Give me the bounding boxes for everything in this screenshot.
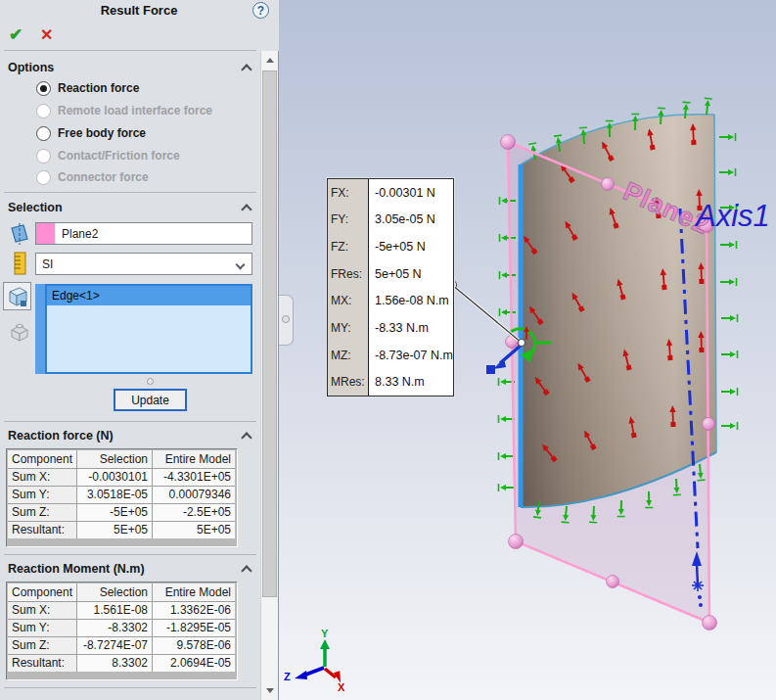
- panel-splitter-handle[interactable]: [279, 295, 294, 346]
- table-cell: Sum X:: [8, 602, 76, 619]
- update-button[interactable]: Update: [114, 389, 187, 411]
- selection-list-strip: [35, 284, 45, 374]
- plane-handle-sphere[interactable]: [703, 418, 715, 431]
- callout-value: 8.33 N.m: [369, 368, 425, 396]
- table-cell: Sum Y:: [8, 487, 76, 503]
- triad-x-label: X: [338, 681, 345, 693]
- table-cell: Sum Z:: [8, 637, 76, 654]
- callout-value: -8.73e-07 N.m: [369, 342, 453, 369]
- plane-selection-value: Plane2: [56, 227, 98, 241]
- list-item-edge[interactable]: Edge<1>: [47, 286, 251, 305]
- table-cell: Sum Z:: [8, 504, 76, 521]
- collapse-reaction-force-icon[interactable]: [241, 430, 252, 442]
- radio-icon: [36, 104, 51, 118]
- radio-label: Connector force: [58, 170, 149, 184]
- col-header: Entire Model: [153, 450, 235, 468]
- scroll-down-icon[interactable]: [261, 682, 278, 699]
- plane-handle-sphere[interactable]: [703, 616, 717, 630]
- axis1-label[interactable]: Axis1: [694, 199, 770, 233]
- table-cell: 3.0518E-05: [77, 487, 152, 503]
- table-cell: Sum Y:: [8, 620, 76, 636]
- callout-label: MX:: [328, 288, 369, 315]
- divider: [4, 50, 256, 51]
- triad-z-label: Z: [284, 671, 291, 682]
- cancel-button[interactable]: ✕: [40, 25, 53, 44]
- table-cell: 5E+05: [77, 522, 152, 538]
- radio-reaction-force[interactable]: Reaction force: [36, 78, 139, 98]
- radio-icon: [36, 126, 51, 141]
- col-header: Component: [8, 450, 76, 468]
- confirm-button[interactable]: ✔: [9, 24, 23, 45]
- shell-surface[interactable]: [521, 115, 716, 507]
- col-header: Selection: [77, 450, 152, 468]
- table-cell: -1.8295E-05: [153, 620, 235, 636]
- radio-connector-force: Connector force: [36, 167, 149, 187]
- help-icon[interactable]: ?: [252, 2, 269, 19]
- col-header: Component: [8, 583, 76, 601]
- callout-label: FX:: [328, 179, 369, 207]
- units-dropdown[interactable]: SI: [35, 253, 252, 275]
- table-cell: -5E+05: [77, 504, 152, 521]
- table-cell: 2.0694E-05: [153, 655, 235, 672]
- triad-y-label: Y: [321, 628, 329, 639]
- panel-title: Result Force: [0, 3, 278, 18]
- units-value: SI: [36, 257, 53, 271]
- plane-handle-sphere[interactable]: [602, 178, 615, 191]
- reaction-moment-header: Reaction Moment (N.m): [8, 562, 145, 576]
- table-cell: Resultant:: [8, 522, 76, 538]
- radio-label: Remote load interface force: [58, 104, 212, 117]
- plane-selection-field[interactable]: Plane2: [35, 222, 252, 245]
- radio-contact-friction-force: Contact/Friction force: [36, 146, 180, 165]
- part-icon: [8, 318, 31, 347]
- list-resize-handle[interactable]: [147, 378, 154, 385]
- reaction-moment-table: Component Selection Entire Model Sum X: …: [6, 582, 238, 680]
- radio-label: Contact/Friction force: [58, 149, 180, 163]
- col-header: Entire Model: [153, 583, 235, 601]
- selection-listbox[interactable]: Edge<1>: [45, 284, 252, 374]
- collapse-reaction-moment-icon[interactable]: [241, 563, 252, 575]
- plane-handle-sphere[interactable]: [607, 576, 619, 588]
- graphics-viewport[interactable]: Plane2 Axis1 Y Z X FX:-0.00301 N FY:3.05…: [279, 0, 776, 700]
- table-cell: 5E+05: [153, 522, 235, 538]
- scroll-up-icon[interactable]: [261, 52, 278, 69]
- table-cell: Resultant:: [8, 655, 76, 672]
- callout-value: 1.56e-08 N.m: [369, 288, 449, 315]
- solidworks-window: Result Force ? ✔ ✕ Options Reaction forc…: [0, 0, 776, 700]
- result-callout[interactable]: FX:-0.00301 N FY:3.05e-05 N FZ:-5e+05 N …: [327, 178, 454, 397]
- table-cell: -8.7274E-07: [77, 637, 152, 654]
- table-cell: 8.3302: [77, 655, 152, 672]
- divider: [4, 421, 256, 422]
- table-cell: Sum X:: [8, 469, 76, 486]
- table-cell: -8.3302: [77, 620, 152, 636]
- col-header: Selection: [77, 583, 152, 601]
- radio-icon: [36, 170, 51, 185]
- callout-value: -5e+05 N: [369, 233, 426, 260]
- radio-remote-load-interface-force: Remote load interface force: [36, 101, 212, 120]
- radio-label: Reaction force: [58, 81, 139, 95]
- callout-label: FRes:: [328, 260, 369, 288]
- plane-handle-sphere[interactable]: [509, 535, 524, 549]
- units-ruler-icon: [13, 252, 28, 278]
- callout-value: 5e+05 N: [369, 260, 422, 288]
- scrollbar-thumb[interactable]: [262, 70, 277, 597]
- panel-scrollbar[interactable]: [260, 51, 279, 700]
- radio-free-body-force[interactable]: Free body force: [36, 123, 146, 143]
- splitter-dot-icon: [282, 315, 290, 323]
- plane-color-swatch: [36, 223, 56, 244]
- reaction-force-table: Component Selection Entire Model Sum X: …: [6, 448, 238, 547]
- collapse-options-icon[interactable]: [241, 62, 252, 73]
- edge-selection-mode-button[interactable]: [3, 282, 31, 310]
- callout-value: 3.05e-05 N: [369, 207, 435, 234]
- callout-value: -8.33 N.m: [369, 314, 429, 342]
- reference-plane-icon: [8, 222, 31, 249]
- plane-handle-sphere[interactable]: [501, 135, 516, 150]
- callout-label: MZ:: [328, 342, 369, 369]
- radio-icon: [36, 149, 51, 163]
- table-cell: 1.3362E-06: [153, 602, 235, 619]
- table-cell: 9.578E-06: [153, 637, 235, 654]
- table-cell: -2.5E+05: [153, 504, 235, 521]
- selection-header: Selection: [8, 201, 63, 214]
- table-cell: -0.0030101: [77, 469, 152, 486]
- collapse-selection-icon[interactable]: [241, 202, 252, 213]
- table-cell: 1.561E-08: [77, 602, 152, 619]
